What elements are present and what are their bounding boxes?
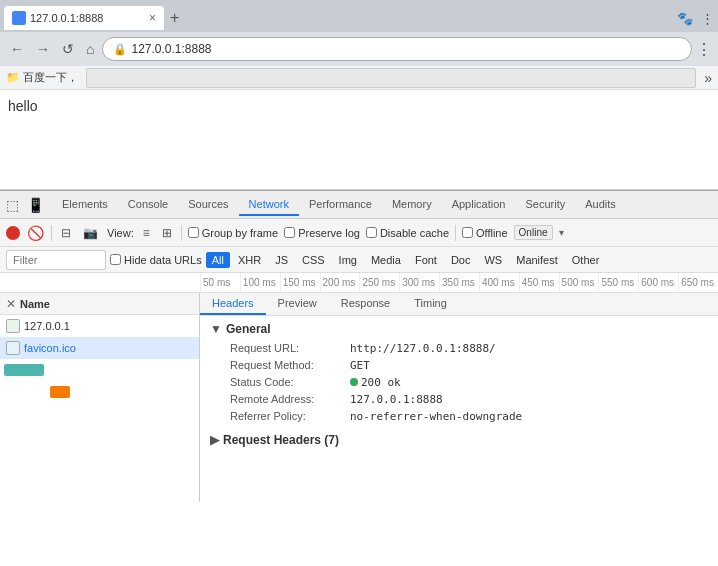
- filter-font-btn[interactable]: Font: [409, 252, 443, 268]
- general-section-header[interactable]: ▼ General: [210, 322, 708, 336]
- detail-value-referrer: no-referrer-when-downgrade: [350, 410, 522, 423]
- clear-button[interactable]: 🚫: [26, 224, 45, 242]
- bookmarks-bar: 📁 百度一下， »: [0, 66, 718, 90]
- request-headers-section[interactable]: ▶ Request Headers (7): [210, 433, 708, 447]
- tab-close-btn[interactable]: ×: [149, 11, 156, 25]
- page-hello-text: hello: [8, 98, 38, 114]
- timeline-marker-300: 300 ms: [399, 273, 439, 293]
- browser-tab[interactable]: 127.0.0.1:8888 ×: [4, 6, 164, 30]
- detail-label-status: Status Code:: [230, 376, 350, 389]
- forward-button[interactable]: →: [32, 39, 54, 59]
- waterfall-section: [0, 359, 199, 403]
- devtools-panel: ⬚ 📱 Elements Console Sources Network Per…: [0, 190, 718, 502]
- back-button[interactable]: ←: [6, 39, 28, 59]
- tab-memory[interactable]: Memory: [382, 194, 442, 216]
- filter-ws-btn[interactable]: WS: [478, 252, 508, 268]
- tab-audits[interactable]: Audits: [575, 194, 626, 216]
- bookmark-search-bar[interactable]: [86, 68, 696, 88]
- tab-elements[interactable]: Elements: [52, 194, 118, 216]
- preserve-log-input[interactable]: [284, 227, 295, 238]
- filter-xhr-btn[interactable]: XHR: [232, 252, 267, 268]
- details-tab-headers[interactable]: Headers: [200, 293, 266, 315]
- lock-icon: 🔒: [113, 43, 127, 56]
- view-grid-btn[interactable]: ⊞: [159, 224, 175, 242]
- filter-img-btn[interactable]: Img: [333, 252, 363, 268]
- browser-chrome: 127.0.0.1:8888 × + 🐾 ⋮ ← → ↺ ⌂ 🔒 127.0.0…: [0, 0, 718, 90]
- filter-media-btn[interactable]: Media: [365, 252, 407, 268]
- tab-title: 127.0.0.1:8888: [30, 12, 145, 24]
- request-item-127[interactable]: 127.0.0.1: [0, 315, 199, 337]
- online-dropdown-arrow[interactable]: ▾: [559, 227, 564, 238]
- extensions-icon[interactable]: 🐾: [677, 11, 693, 26]
- devtools-inspect-icon[interactable]: ⬚: [4, 195, 21, 215]
- filter-other-btn[interactable]: Other: [566, 252, 606, 268]
- detail-row-referrer: Referrer Policy: no-referrer-when-downgr…: [210, 408, 708, 425]
- general-section-label: General: [226, 322, 271, 336]
- detail-value-method: GET: [350, 359, 370, 372]
- preserve-log-label: Preserve log: [298, 227, 360, 239]
- online-badge[interactable]: Online: [514, 225, 553, 240]
- group-by-frame-checkbox[interactable]: Group by frame: [188, 227, 278, 239]
- bookmark-item-baidu[interactable]: 📁 百度一下，: [6, 70, 78, 85]
- page-content: hello: [0, 90, 718, 190]
- offline-input[interactable]: [462, 227, 473, 238]
- detail-row-method: Request Method: GET: [210, 357, 708, 374]
- devtools-icons: ⬚ 📱: [4, 195, 46, 215]
- filter-css-btn[interactable]: CSS: [296, 252, 331, 268]
- filter-manifest-btn[interactable]: Manifest: [510, 252, 564, 268]
- tab-favicon: [12, 11, 26, 25]
- home-button[interactable]: ⌂: [82, 39, 98, 59]
- timeline-marker-450: 450 ms: [519, 273, 559, 293]
- detail-label-remote: Remote Address:: [230, 393, 350, 406]
- details-tab-response[interactable]: Response: [329, 293, 403, 315]
- timeline-marker-400: 400 ms: [479, 273, 519, 293]
- details-tab-timing[interactable]: Timing: [402, 293, 459, 315]
- filter-all-btn[interactable]: All: [206, 252, 230, 268]
- tab-application[interactable]: Application: [442, 194, 516, 216]
- timeline-marker-550: 550 ms: [598, 273, 638, 293]
- address-bar[interactable]: 🔒 127.0.0.1:8888: [102, 37, 692, 61]
- new-tab-button[interactable]: +: [164, 9, 185, 27]
- filter-input[interactable]: [6, 250, 106, 270]
- devtools-device-icon[interactable]: 📱: [25, 195, 46, 215]
- close-panel-button[interactable]: ✕: [6, 297, 16, 311]
- disable-cache-checkbox[interactable]: Disable cache: [366, 227, 449, 239]
- tab-network[interactable]: Network: [239, 194, 299, 216]
- offline-checkbox[interactable]: Offline: [462, 227, 508, 239]
- chrome-menu-icon[interactable]: ⋮: [701, 11, 714, 26]
- hide-data-urls-input[interactable]: [110, 254, 121, 265]
- timeline-marker-650: 650 ms: [678, 273, 718, 293]
- hide-data-urls-checkbox[interactable]: Hide data URLs: [110, 254, 202, 266]
- tab-performance[interactable]: Performance: [299, 194, 382, 216]
- view-list-btn[interactable]: ≡: [140, 224, 153, 242]
- waterfall-bar-127: [4, 364, 44, 376]
- tab-sources[interactable]: Sources: [178, 194, 238, 216]
- detail-label-url: Request URL:: [230, 342, 350, 355]
- detail-label-method: Request Method:: [230, 359, 350, 372]
- filter-js-btn[interactable]: JS: [269, 252, 294, 268]
- request-item-favicon[interactable]: favicon.ico: [0, 337, 199, 359]
- requests-list: ✕ Name 127.0.0.1 favicon.ico: [0, 293, 200, 502]
- request-ico-icon: [6, 341, 20, 355]
- preserve-log-checkbox[interactable]: Preserve log: [284, 227, 360, 239]
- requests-header: ✕ Name: [0, 293, 199, 315]
- filter-type-buttons: All XHR JS CSS Img Media Font Doc WS Man…: [206, 252, 606, 268]
- detail-label-referrer: Referrer Policy:: [230, 410, 350, 423]
- tab-security[interactable]: Security: [515, 194, 575, 216]
- disable-cache-input[interactable]: [366, 227, 377, 238]
- bookmark-arrow-icon[interactable]: »: [704, 70, 712, 86]
- hide-data-urls-label: Hide data URLs: [124, 254, 202, 266]
- filter-doc-btn[interactable]: Doc: [445, 252, 477, 268]
- status-green-dot: [350, 378, 358, 386]
- group-by-frame-input[interactable]: [188, 227, 199, 238]
- tab-console[interactable]: Console: [118, 194, 178, 216]
- details-tab-preview[interactable]: Preview: [266, 293, 329, 315]
- record-button[interactable]: [6, 226, 20, 240]
- detail-value-remote: 127.0.0.1:8888: [350, 393, 443, 406]
- filter-icon-btn[interactable]: ⊟: [58, 224, 74, 242]
- capture-btn[interactable]: 📷: [80, 224, 101, 242]
- detail-row-remote: Remote Address: 127.0.0.1:8888: [210, 391, 708, 408]
- reload-button[interactable]: ↺: [58, 39, 78, 59]
- request-name-favicon: favicon.ico: [24, 342, 76, 354]
- browser-menu-button[interactable]: ⋮: [696, 40, 712, 59]
